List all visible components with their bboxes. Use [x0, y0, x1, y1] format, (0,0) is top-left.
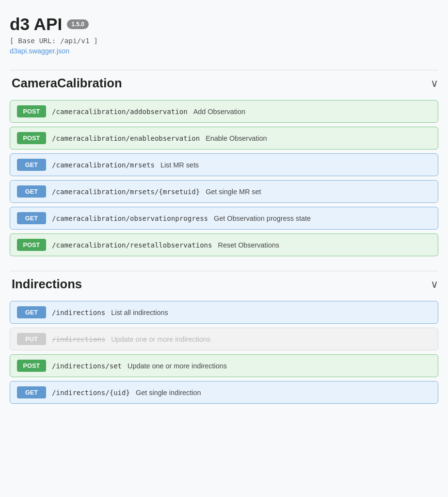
- method-badge-camera-calibration-2: GET: [17, 159, 46, 171]
- endpoint-desc-indirections-3: Get single indirection: [136, 389, 201, 397]
- chevron-indirections: ∨: [431, 278, 438, 291]
- endpoint-path-camera-calibration-1: /cameracalibration/enableobservation: [52, 134, 200, 142]
- endpoint-desc-camera-calibration-3: Get single MR set: [206, 188, 261, 196]
- endpoint-path-camera-calibration-0: /cameracalibration/addobservation: [52, 108, 188, 116]
- chevron-camera-calibration: ∨: [431, 77, 438, 90]
- method-badge-camera-calibration-0: POST: [17, 105, 46, 117]
- page-header: d3 API 1.5.0 [ Base URL: /api/v1 ] d3api…: [10, 15, 438, 55]
- method-badge-indirections-3: GET: [17, 386, 46, 398]
- endpoint-row-camera-calibration-5[interactable]: POST/cameracalibration/resetallobservati…: [10, 233, 438, 256]
- endpoint-row-camera-calibration-0[interactable]: POST/cameracalibration/addobservationAdd…: [10, 100, 438, 123]
- section-header-camera-calibration[interactable]: CameraCalibration ∨: [10, 70, 438, 96]
- endpoint-desc-camera-calibration-4: Get Observation progress state: [214, 215, 311, 222]
- endpoint-row-camera-calibration-3[interactable]: GET/cameracalibration/mrsets/{mrsetuid}G…: [10, 180, 438, 203]
- method-badge-camera-calibration-3: GET: [17, 185, 46, 198]
- endpoint-path-camera-calibration-3: /cameracalibration/mrsets/{mrsetuid}: [52, 188, 200, 196]
- endpoint-path-camera-calibration-2: /cameracalibration/mrsets: [52, 161, 155, 169]
- endpoint-path-camera-calibration-4: /cameracalibration/observationprogress: [52, 215, 208, 222]
- section-header-indirections[interactable]: Indirections ∨: [10, 271, 438, 297]
- swagger-link[interactable]: d3api.swagger.json: [10, 47, 69, 55]
- endpoint-desc-camera-calibration-0: Add Observation: [193, 108, 245, 116]
- sections-container: CameraCalibration ∨ POST/cameracalibrati…: [10, 70, 438, 404]
- endpoint-row-indirections-1[interactable]: PUT/indirectionsUpdate one or more indir…: [10, 328, 438, 350]
- endpoint-desc-indirections-2: Update one or more indirections: [128, 362, 227, 370]
- endpoint-desc-indirections-1: Update one or more indirections: [111, 335, 210, 343]
- title-row: d3 API 1.5.0: [10, 15, 438, 34]
- endpoint-path-camera-calibration-5: /cameracalibration/resetallobservations: [52, 241, 212, 249]
- section-indirections: Indirections ∨ GET/indirectionsList all …: [10, 271, 438, 404]
- endpoint-row-camera-calibration-1[interactable]: POST/cameracalibration/enableobservation…: [10, 127, 438, 149]
- endpoint-row-camera-calibration-4[interactable]: GET/cameracalibration/observationprogres…: [10, 207, 438, 230]
- endpoint-list-indirections: GET/indirectionsList all indirectionsPUT…: [10, 297, 438, 404]
- method-badge-camera-calibration-4: GET: [17, 212, 46, 224]
- endpoint-path-indirections-3: /indirections/{uid}: [52, 389, 130, 397]
- api-title: d3 API: [10, 15, 62, 34]
- method-badge-camera-calibration-1: POST: [17, 132, 46, 144]
- endpoint-desc-camera-calibration-2: List MR sets: [160, 161, 199, 169]
- endpoint-path-indirections-0: /indirections: [52, 309, 105, 316]
- endpoint-row-indirections-3[interactable]: GET/indirections/{uid}Get single indirec…: [10, 381, 438, 404]
- section-title-camera-calibration: CameraCalibration: [12, 76, 122, 90]
- method-badge-indirections-0: GET: [17, 306, 46, 318]
- base-url: [ Base URL: /api/v1 ]: [10, 37, 438, 45]
- section-camera-calibration: CameraCalibration ∨ POST/cameracalibrati…: [10, 70, 438, 256]
- endpoint-row-camera-calibration-2[interactable]: GET/cameracalibration/mrsetsList MR sets: [10, 153, 438, 176]
- version-badge: 1.5.0: [67, 19, 89, 29]
- endpoint-row-indirections-0[interactable]: GET/indirectionsList all indirections: [10, 301, 438, 324]
- endpoint-path-indirections-1: /indirections: [52, 335, 105, 343]
- method-badge-indirections-1: PUT: [17, 333, 46, 345]
- endpoint-list-camera-calibration: POST/cameracalibration/addobservationAdd…: [10, 96, 438, 256]
- endpoint-path-indirections-2: /indirections/set: [52, 362, 122, 370]
- endpoint-row-indirections-2[interactable]: POST/indirections/setUpdate one or more …: [10, 354, 438, 377]
- endpoint-desc-camera-calibration-1: Enable Observation: [206, 134, 267, 142]
- section-title-indirections: Indirections: [12, 277, 82, 291]
- method-badge-indirections-2: POST: [17, 360, 46, 372]
- method-badge-camera-calibration-5: POST: [17, 239, 46, 251]
- endpoint-desc-indirections-0: List all indirections: [111, 309, 168, 316]
- endpoint-desc-camera-calibration-5: Reset Observations: [218, 241, 279, 249]
